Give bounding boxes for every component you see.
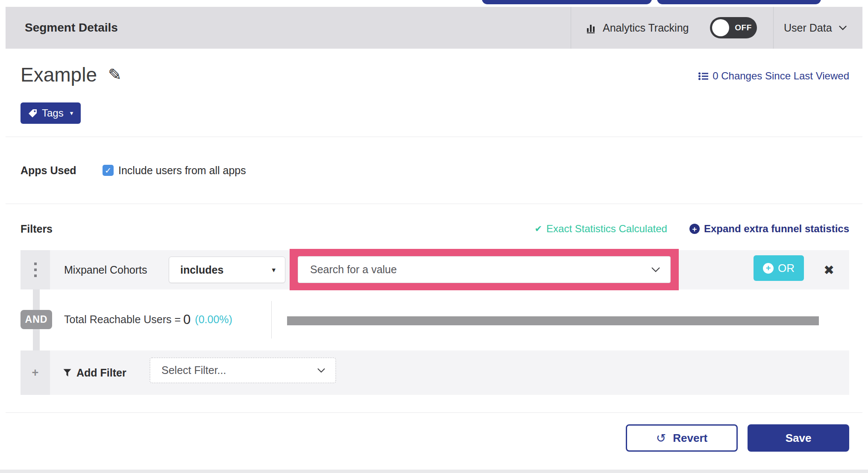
highlight-outline: Search for a value — [290, 249, 679, 290]
tags-button-label: Tags — [42, 107, 64, 119]
segment-name: Example — [21, 63, 97, 86]
header-bar: Segment Details Analytics Tracking OFF U… — [6, 7, 862, 49]
add-filter-row: + Add Filter Select Filter... — [21, 350, 849, 395]
filter-field-label: Mixpanel Cohorts — [64, 250, 147, 289]
funnel-icon — [63, 369, 71, 377]
revert-button[interactable]: ↺ Revert — [626, 424, 738, 452]
save-button-label: Save — [786, 432, 812, 445]
add-filter-label: Add Filter — [76, 367, 126, 379]
include-all-apps-checkbox[interactable]: ✓ — [103, 165, 114, 176]
user-data-label: User Data — [784, 22, 832, 34]
reachable-users-bar — [287, 316, 819, 325]
operator-select[interactable]: includes ▾ — [169, 257, 285, 283]
section-divider — [6, 204, 862, 204]
add-or-condition-button[interactable]: + OR — [754, 255, 804, 281]
total-users-percent: (0.00%) — [195, 313, 232, 326]
remove-filter-button[interactable]: ✖ — [824, 250, 834, 289]
check-icon: ✔ — [534, 224, 542, 234]
plus-circle-icon: + — [763, 263, 774, 274]
apps-used-label: Apps Used — [21, 164, 76, 177]
add-filter-group[interactable]: Add Filter — [63, 350, 126, 395]
header-divider — [773, 7, 774, 49]
chevron-down-icon — [651, 267, 660, 272]
caret-down-icon: ▾ — [70, 109, 73, 117]
close-icon: ✖ — [824, 263, 834, 277]
segment-title-row: Example ✎ — [21, 63, 122, 86]
expand-funnel-statistics-label: Expand extra funnel statistics — [704, 223, 849, 235]
section-divider — [6, 137, 862, 137]
analytics-tracking-label: Analytics Tracking — [603, 22, 689, 34]
add-filter-plus-strip[interactable]: + — [21, 350, 50, 395]
changes-since-last-viewed-link[interactable]: 0 Changes Since Last Viewed — [698, 70, 849, 82]
chevron-down-icon — [317, 368, 325, 373]
changes-link-label: 0 Changes Since Last Viewed — [713, 70, 849, 82]
checkbox-check-icon: ✓ — [105, 166, 111, 175]
section-divider — [6, 412, 862, 413]
filters-links: ✔ Exact Statistics Calculated + Expand e… — [534, 223, 849, 235]
chevron-down-icon — [839, 26, 847, 30]
exact-statistics-label: Exact Statistics Calculated — [546, 223, 667, 235]
tag-icon — [28, 109, 37, 118]
bottom-edge-strip — [0, 470, 868, 473]
total-users-value: 0 — [183, 312, 191, 327]
tags-button[interactable]: Tags ▾ — [21, 102, 81, 124]
page-title: Segment Details — [25, 7, 118, 49]
user-data-dropdown[interactable]: User Data — [784, 7, 847, 49]
revert-icon: ↺ — [656, 431, 666, 445]
and-conjunction-badge: AND — [21, 310, 52, 329]
value-search-select[interactable]: Search for a value — [298, 256, 671, 283]
select-filter-dropdown[interactable]: Select Filter... — [150, 357, 336, 383]
analytics-tracking-toggle[interactable]: OFF — [710, 17, 757, 38]
vertical-divider — [271, 301, 272, 339]
analytics-tracking-group: Analytics Tracking — [586, 7, 689, 49]
top-cutoff-button-left[interactable] — [482, 0, 652, 4]
include-all-apps-label: Include users from all apps — [118, 164, 246, 177]
drag-handle[interactable] — [21, 250, 50, 289]
total-users-label: Total Reachable Users = — [64, 313, 181, 326]
plus-circle-icon: + — [689, 224, 700, 234]
total-reachable-users: Total Reachable Users = 0 (0.00%) — [64, 310, 232, 329]
edit-pencil-icon[interactable]: ✎ — [108, 65, 122, 84]
top-cutoff-button-right[interactable] — [657, 0, 821, 4]
or-button-label: OR — [778, 262, 795, 275]
header-divider — [571, 7, 571, 49]
changelog-list-icon — [698, 72, 708, 80]
segment-details-page: Segment Details Analytics Tracking OFF U… — [0, 0, 868, 473]
caret-down-icon: ▾ — [272, 266, 276, 274]
revert-button-label: Revert — [673, 432, 707, 445]
exact-statistics-status: ✔ Exact Statistics Calculated — [534, 223, 667, 235]
toggle-state-label: OFF — [732, 17, 754, 38]
operator-value: includes — [169, 264, 223, 276]
save-button[interactable]: Save — [748, 424, 849, 452]
filters-title: Filters — [21, 223, 53, 235]
toggle-knob — [712, 19, 729, 36]
bar-chart-icon — [586, 22, 598, 34]
value-search-placeholder: Search for a value — [298, 263, 397, 276]
filter-row: Mixpanel Cohorts includes ▾ Search for a… — [21, 250, 849, 289]
select-filter-placeholder: Select Filter... — [150, 364, 226, 377]
plus-icon: + — [32, 366, 39, 380]
expand-funnel-statistics-link[interactable]: + Expand extra funnel statistics — [689, 223, 849, 235]
